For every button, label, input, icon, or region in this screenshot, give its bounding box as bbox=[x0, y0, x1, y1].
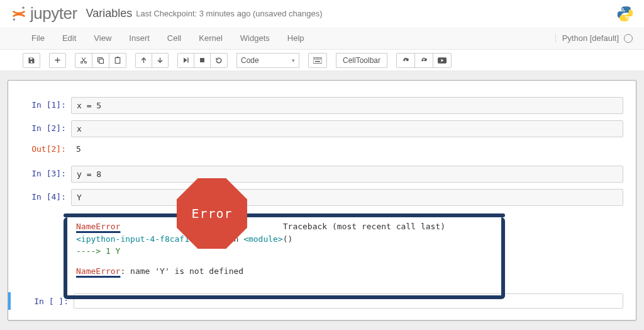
presentation-button[interactable] bbox=[433, 53, 452, 68]
kernel-indicator[interactable]: Python [default] bbox=[555, 33, 636, 43]
traceback-arrow: ----> 1 Y bbox=[76, 245, 618, 258]
restart-button[interactable] bbox=[210, 53, 228, 68]
error-badge-label: Error bbox=[191, 206, 232, 221]
menu-file[interactable]: File bbox=[23, 28, 53, 48]
arrow-up-icon bbox=[140, 57, 147, 64]
out-prompt: Out[2]: bbox=[14, 141, 71, 157]
svg-rect-14 bbox=[320, 58, 321, 59]
celltoolbar-button[interactable]: CellToolbar bbox=[336, 53, 387, 68]
save-icon bbox=[28, 57, 35, 64]
cut-button[interactable] bbox=[75, 53, 92, 68]
move-down-button[interactable] bbox=[152, 53, 169, 68]
in-prompt: In [3]: bbox=[14, 166, 71, 183]
menu-edit[interactable]: Edit bbox=[53, 28, 85, 48]
keyboard-icon bbox=[313, 57, 322, 64]
kernel-status-icon bbox=[624, 34, 633, 43]
notebook-title[interactable]: Variables bbox=[86, 7, 133, 20]
code-cell[interactable]: In [3]: y = 8 bbox=[8, 164, 636, 184]
menu-view[interactable]: View bbox=[85, 28, 120, 48]
stop-icon bbox=[199, 57, 206, 64]
empty-prompt bbox=[14, 212, 71, 283]
menu-widgets[interactable]: Widgets bbox=[231, 28, 279, 48]
copy-icon bbox=[97, 57, 104, 64]
menu-insert[interactable]: Insert bbox=[120, 28, 158, 48]
code-input[interactable]: Y bbox=[71, 189, 623, 206]
svg-rect-9 bbox=[313, 57, 322, 63]
menu-kernel[interactable]: Kernel bbox=[190, 28, 231, 48]
restart-icon bbox=[215, 57, 223, 64]
play-rect-icon bbox=[438, 57, 447, 64]
header: jupyter Variables Last Checkpoint: 3 min… bbox=[0, 0, 644, 27]
code-cell[interactable]: In [4]: Y bbox=[8, 188, 636, 207]
error-name: NameError bbox=[76, 222, 120, 231]
checkpoint-text: Last Checkpoint: 3 minutes ago (unsaved … bbox=[136, 9, 322, 18]
cloud-download-icon bbox=[401, 57, 410, 64]
run-button[interactable] bbox=[177, 53, 194, 68]
svg-point-1 bbox=[13, 18, 16, 20]
menubar: File Edit View Insert Cell Kernel Widget… bbox=[0, 27, 644, 50]
code-input[interactable]: x bbox=[71, 120, 623, 137]
interrupt-button[interactable] bbox=[194, 53, 211, 68]
python-icon bbox=[616, 5, 634, 23]
plus-icon bbox=[54, 57, 61, 64]
code-cell[interactable]: In [2]: x bbox=[8, 119, 636, 139]
svg-rect-12 bbox=[317, 58, 318, 59]
code-input[interactable] bbox=[74, 293, 623, 309]
cloud-upload-icon bbox=[419, 57, 428, 64]
logo-text: jupyter bbox=[30, 4, 77, 23]
cloud-upload-button[interactable] bbox=[414, 53, 433, 68]
copy-button[interactable] bbox=[92, 53, 109, 68]
notebook: In [1]: x = 5 In [2]: x Out[2]: 5 In [3]… bbox=[8, 80, 636, 321]
command-palette-button[interactable] bbox=[308, 53, 327, 68]
svg-rect-13 bbox=[319, 58, 320, 59]
paste-button[interactable] bbox=[109, 53, 126, 68]
celltoolbar-label: CellToolbar bbox=[343, 56, 380, 65]
error-message: : name 'Y' is not defined bbox=[120, 266, 243, 276]
code-cell[interactable]: In [1]: x = 5 bbox=[8, 96, 636, 115]
svg-rect-11 bbox=[316, 58, 317, 59]
notebook-area: In [1]: x = 5 In [2]: x Out[2]: 5 In [3]… bbox=[0, 71, 644, 330]
jupyter-logo[interactable]: jupyter bbox=[10, 4, 77, 23]
traceback-header: Traceback (most recent call last) bbox=[283, 222, 445, 231]
save-button[interactable] bbox=[23, 53, 40, 68]
svg-rect-6 bbox=[115, 57, 120, 63]
error-name-2: NameError bbox=[76, 266, 120, 276]
menu-cell[interactable]: Cell bbox=[158, 28, 190, 48]
kernel-name: Python [default] bbox=[562, 33, 619, 43]
svg-point-0 bbox=[22, 6, 25, 9]
in-prompt: In [4]: bbox=[14, 189, 71, 206]
svg-rect-7 bbox=[117, 57, 119, 58]
cell-type-dropdown[interactable]: Code bbox=[236, 53, 299, 68]
dropdown-value: Code bbox=[241, 56, 259, 65]
paste-icon bbox=[114, 57, 121, 64]
output-value: 5 bbox=[71, 141, 630, 157]
in-prompt: In [1]: bbox=[14, 97, 71, 114]
jupyter-icon bbox=[10, 5, 28, 23]
svg-rect-15 bbox=[315, 60, 320, 62]
traceback: NameError Traceback (most recent call la… bbox=[71, 212, 623, 283]
in-prompt: In [ ]: bbox=[17, 293, 74, 309]
svg-rect-8 bbox=[200, 58, 204, 62]
step-forward-icon bbox=[182, 57, 189, 64]
menu-help[interactable]: Help bbox=[279, 28, 313, 48]
code-cell-active[interactable]: In [ ]: bbox=[8, 292, 636, 310]
arrow-down-icon bbox=[157, 57, 164, 64]
traceback-row: NameError Traceback (most recent call la… bbox=[8, 211, 636, 285]
move-up-button[interactable] bbox=[135, 53, 152, 68]
code-input[interactable]: x = 5 bbox=[71, 97, 623, 114]
cut-icon bbox=[80, 57, 87, 64]
code-input[interactable]: y = 8 bbox=[71, 166, 623, 183]
toolbar: Code CellToolbar bbox=[0, 50, 644, 71]
svg-rect-10 bbox=[314, 58, 316, 59]
add-cell-button[interactable] bbox=[49, 53, 66, 68]
cloud-download-button[interactable] bbox=[396, 53, 415, 68]
svg-rect-5 bbox=[99, 59, 104, 63]
in-prompt: In [2]: bbox=[14, 120, 71, 137]
output-row: Out[2]: 5 bbox=[8, 140, 636, 158]
